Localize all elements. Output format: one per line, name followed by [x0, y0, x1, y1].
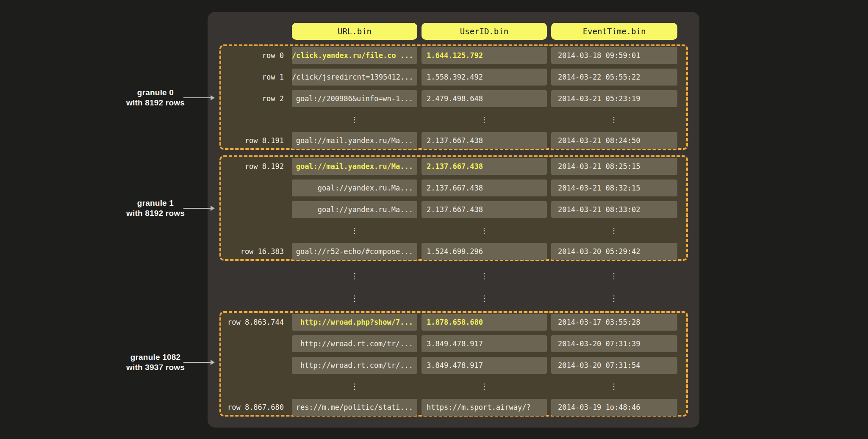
row-label [221, 201, 284, 218]
userid-cell: 2.137.667.438 [422, 179, 547, 196]
url-cell: http://wroad.php?show/7... [292, 314, 417, 331]
arrow-head-icon [211, 206, 215, 211]
ellipsis-icon: ⋮ [422, 268, 547, 284]
url-cell: /click/jsredircnt=1395412... [292, 69, 417, 86]
granule-1082-box: row 8.863.744 http://wroad.php?show/7...… [219, 311, 688, 417]
column-header-url-bin: URL.bin [292, 23, 417, 40]
ellipsis-icon: ⋮ [292, 378, 417, 395]
userid-cell: 1.878.658.680 [422, 314, 547, 331]
eventtime-cell: 2014-03-19 1o:48:46 [551, 399, 677, 416]
userid-cell: 1.644.125.792 [422, 47, 547, 64]
arrow-head-icon [211, 95, 215, 100]
diagram-canvas: URL.bin UserID.bin EventTime.bin row 0 /… [0, 0, 868, 439]
userid-cell: https://m.sport.airway/? [422, 399, 547, 416]
ellipsis-icon: ⋮ [551, 111, 677, 128]
url-cell: http://wroad.rt.com/tr/... [292, 357, 417, 374]
ellipsis-icon: ⋮ [551, 268, 677, 284]
ellipsis-icon: ⋮ [292, 290, 417, 307]
panel-ellipsis-row: ⋮ ⋮ ⋮ [0, 290, 868, 307]
row-label [221, 179, 284, 196]
granule-1-box: row 8.192 goal://mail.yandex.ru/Ma... 2.… [219, 155, 688, 261]
ellipsis-icon: ⋮ [551, 222, 677, 239]
ellipsis-icon: ⋮ [422, 378, 547, 395]
eventtime-cell: 2014-03-21 08:25:15 [551, 158, 677, 175]
ellipsis-icon: ⋮ [422, 111, 547, 128]
arrow-shaft [183, 97, 211, 98]
url-cell: goal://mail.yandex.ru/Ma... [292, 132, 417, 149]
userid-cell: 2.137.667.438 [422, 158, 547, 175]
eventtime-cell: 2014-03-20 07:31:54 [551, 357, 677, 374]
arrow-shaft [183, 362, 211, 363]
ellipsis-icon: ⋮ [292, 222, 417, 239]
eventtime-cell: 2014-03-21 08:32:15 [551, 179, 677, 196]
url-cell: goal://yandex.ru.Ma... [292, 179, 417, 196]
url-cell: res://m.me/politic/stati... [292, 399, 417, 416]
userid-cell: 3.849.478.917 [422, 357, 547, 374]
ellipsis-icon: ⋮ [422, 222, 547, 239]
ellipsis-icon: ⋮ [551, 378, 677, 395]
row-label [221, 335, 284, 352]
eventtime-cell: 2014-03-21 05:23:19 [551, 90, 677, 107]
ellipsis-icon: ⋮ [292, 111, 417, 128]
eventtime-cell: 2014-03-21 08:24:50 [551, 132, 677, 149]
arrow-shaft [183, 208, 211, 209]
row-label: row 16.383 [221, 243, 284, 260]
userid-cell: 2.137.667.438 [422, 201, 547, 218]
arrow-head-icon [211, 360, 215, 365]
url-cell: http://wroad.rt.com/tr/... [292, 335, 417, 352]
userid-cell: 1.558.392.492 [422, 69, 547, 86]
row-label: row 8.191 [221, 132, 284, 149]
eventtime-cell: 2014-03-21 08:33:02 [551, 201, 677, 218]
eventtime-cell: 2014-03-20 05:29:42 [551, 243, 677, 260]
granule-1082-arrow [183, 360, 216, 365]
eventtime-cell: 2014-03-22 05:55:22 [551, 69, 677, 86]
column-header-eventtime-bin: EventTime.bin [551, 23, 677, 40]
row-label: row 0 [221, 47, 284, 64]
granule-1-arrow [183, 206, 216, 211]
url-cell: goal://r52-echo/#compose... [292, 243, 417, 260]
row-label: row 8.863.744 [221, 314, 284, 331]
ellipsis-icon: ⋮ [292, 268, 417, 284]
userid-cell: 1.524.699.296 [422, 243, 547, 260]
eventtime-cell: 2014-03-20 07:31:39 [551, 335, 677, 352]
url-cell: goal://yandex.ru.Ma... [292, 201, 417, 218]
ellipsis-icon: ⋮ [422, 290, 547, 307]
userid-cell: 2.479.498.648 [422, 90, 547, 107]
ellipsis-icon: ⋮ [551, 290, 677, 307]
column-header-userid-bin: UserID.bin [422, 23, 547, 40]
url-cell: goal://mail.yandex.ru/Ma... [292, 158, 417, 175]
row-label: row 2 [221, 90, 284, 107]
row-label: row 8.867.680 [221, 399, 284, 416]
panel-ellipsis-row: ⋮ ⋮ ⋮ [0, 268, 868, 284]
row-label: row 8.192 [221, 158, 284, 175]
granule-0-arrow [183, 95, 216, 100]
row-label: row 1 [221, 69, 284, 86]
url-cell: goal://200986&uinfo=wn-1... [292, 90, 417, 107]
granule-0-box: row 0 /click.yandex.ru/file.co ... 1.644… [219, 44, 688, 150]
eventtime-cell: 2014-03-18 09:59:01 [551, 47, 677, 64]
userid-cell: 2.137.667.438 [422, 132, 547, 149]
eventtime-cell: 2014-03-17 03:55:28 [551, 314, 677, 331]
url-cell: /click.yandex.ru/file.co ... [292, 47, 417, 64]
userid-cell: 3.849.478.917 [422, 335, 547, 352]
row-label [221, 357, 284, 374]
